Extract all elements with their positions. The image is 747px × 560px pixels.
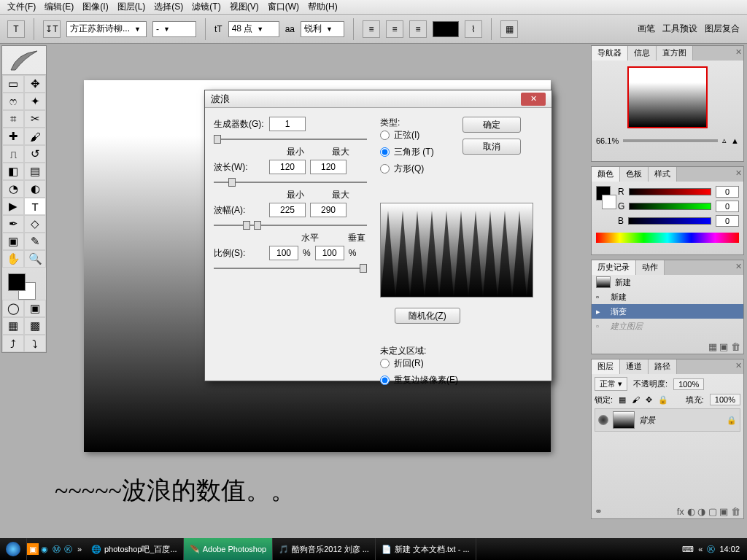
jump-icon[interactable]: ⤴ — [2, 335, 24, 352]
zoom-value[interactable]: 66.1% — [596, 136, 619, 145]
font-style-dropdown[interactable]: -▼ — [152, 21, 196, 37]
quick-launch-expand[interactable]: » — [74, 543, 85, 555]
wand-tool[interactable]: ✦ — [24, 93, 46, 110]
tray-ime-icon[interactable]: ⌨ — [682, 545, 694, 554]
slice-tool[interactable]: ✂ — [24, 110, 46, 128]
navigator-thumbnail[interactable] — [627, 66, 708, 128]
history-brush-tool[interactable]: ↺ — [24, 145, 46, 163]
tab-styles[interactable]: 样式 — [649, 167, 677, 182]
tab-paths[interactable]: 路径 — [649, 359, 677, 374]
delete-layer-icon[interactable]: 🗑 — [731, 506, 740, 517]
generators-slider[interactable] — [214, 136, 367, 143]
lock-move-icon[interactable]: ✥ — [646, 395, 652, 405]
tab-tool-presets[interactable]: 工具预设 — [662, 23, 697, 35]
text-color-swatch[interactable] — [433, 21, 459, 37]
jump2-icon[interactable]: ⤵ — [24, 335, 46, 352]
amplitude-slider[interactable] — [214, 222, 367, 229]
layer-row[interactable]: 背景 🔒 — [595, 408, 740, 432]
screenmode-icon[interactable]: ▣ — [24, 300, 46, 317]
align-left-icon[interactable]: ≡ — [363, 20, 380, 38]
history-item[interactable]: ▫新建 — [592, 289, 743, 304]
history-item-selected[interactable]: ▸渐变 — [592, 304, 743, 319]
tab-histogram[interactable]: 直方图 — [657, 46, 693, 61]
color-spectrum[interactable] — [596, 233, 739, 243]
new-snapshot-icon[interactable]: ▦ — [708, 341, 717, 352]
notes-tool[interactable]: ▣ — [2, 233, 24, 250]
b-input[interactable] — [716, 215, 739, 227]
clock[interactable]: 14:02 — [719, 545, 740, 553]
undef-wrap-radio[interactable]: 折回(R) — [380, 357, 458, 370]
warp-text-icon[interactable]: ⌇ — [465, 20, 482, 38]
menu-view[interactable]: 视图(V) — [227, 1, 262, 13]
taskbar-item-active[interactable]: 🪶Adobe Photoshop — [184, 538, 273, 560]
scale-slider[interactable] — [214, 265, 367, 272]
wavelength-slider[interactable] — [214, 179, 367, 186]
history-snapshot[interactable]: 新建 — [592, 275, 743, 289]
tab-swatches[interactable]: 色板 — [620, 167, 649, 182]
blur-tool[interactable]: ◔ — [2, 180, 24, 198]
palettes-icon[interactable]: ▦ — [500, 20, 518, 38]
layer-thumbnail[interactable] — [613, 411, 635, 429]
marquee-tool[interactable]: ▭ — [2, 75, 24, 93]
zoom-tool[interactable]: 🔍 — [24, 250, 46, 268]
eraser-tool[interactable]: ◧ — [2, 163, 24, 180]
tab-layer-comps[interactable]: 图层复合 — [705, 23, 740, 35]
ok-button[interactable]: 确定 — [462, 117, 521, 133]
font-size-dropdown[interactable]: 48 点▼ — [228, 21, 279, 37]
delete-history-icon[interactable]: 🗑 — [731, 341, 740, 352]
r-input[interactable] — [716, 186, 739, 198]
hand-tool[interactable]: ✋ — [2, 250, 24, 268]
lock-all-icon[interactable]: 🔒 — [658, 395, 668, 405]
move-tool[interactable]: ✥ — [24, 75, 46, 93]
zoom-slider[interactable] — [623, 139, 718, 142]
path-select-tool[interactable]: ▶ — [2, 198, 24, 215]
menu-image[interactable]: 图像(I) — [80, 1, 111, 13]
randomize-button[interactable]: 随机化(Z) — [395, 308, 460, 324]
quick-launch-icon[interactable]: ▣ — [27, 543, 39, 555]
menu-file[interactable]: 文件(F) — [4, 1, 39, 13]
type-tool-icon[interactable]: T — [7, 20, 25, 38]
menu-select[interactable]: 选择(S) — [151, 1, 186, 13]
orientation-icon[interactable]: ↧T — [43, 20, 61, 38]
g-slider[interactable] — [629, 203, 711, 210]
quick-launch-icon[interactable]: ◉ — [39, 543, 50, 555]
brush-tool[interactable]: 🖌 — [24, 128, 46, 145]
tab-channels[interactable]: 通道 — [620, 359, 649, 374]
menu-window[interactable]: 窗口(W) — [265, 1, 302, 13]
bg-mini-swatch[interactable] — [602, 195, 616, 209]
blend-mode-dropdown[interactable]: 正常 ▾ — [595, 377, 627, 391]
taskbar-item[interactable]: 🎵酷狗音乐2012 刘彦 ... — [273, 538, 376, 560]
menu-filter[interactable]: 滤镜(T) — [189, 1, 223, 13]
amplitude-max-input[interactable] — [310, 203, 347, 217]
mask-icon[interactable]: ◐ — [687, 506, 695, 517]
start-button[interactable] — [0, 538, 27, 560]
anti-alias-dropdown[interactable]: 锐利▼ — [301, 21, 344, 37]
lock-transparent-icon[interactable]: ▦ — [619, 395, 626, 405]
panel-close-icon[interactable]: ✕ — [735, 47, 742, 57]
tab-navigator[interactable]: 导航器 — [592, 46, 628, 61]
taskbar-item[interactable]: 🌐photoshop吧_百度... — [85, 538, 184, 560]
lock-brush-icon[interactable]: 🖌 — [632, 395, 640, 404]
heal-tool[interactable]: ✚ — [2, 128, 24, 145]
fx-icon[interactable]: fx — [677, 506, 684, 517]
shape-tool[interactable]: ◇ — [24, 215, 46, 233]
pen-tool[interactable]: ✒ — [2, 215, 24, 233]
zoom-out-icon[interactable]: ▵ — [722, 136, 727, 145]
b-slider[interactable] — [628, 217, 711, 225]
type-square-radio[interactable]: 方形(Q) — [380, 163, 460, 175]
type-sine-radio[interactable]: 正弦(I) — [380, 129, 460, 141]
generators-input[interactable] — [269, 117, 306, 131]
tab-info[interactable]: 信息 — [628, 46, 657, 61]
tab-color[interactable]: 颜色 — [592, 167, 620, 182]
align-center-icon[interactable]: ≡ — [386, 20, 403, 38]
menu-help[interactable]: 帮助(H) — [305, 1, 341, 13]
amplitude-min-input[interactable] — [269, 203, 306, 217]
dodge-tool[interactable]: ◐ — [24, 180, 46, 198]
history-item-disabled[interactable]: ▫建立图层 — [592, 319, 743, 333]
screenmode3-icon[interactable]: ▩ — [24, 317, 46, 335]
font-family-dropdown[interactable]: 方正苏新诗柳...▼ — [66, 21, 147, 37]
align-right-icon[interactable]: ≡ — [409, 20, 427, 38]
stamp-tool[interactable]: ⎍ — [2, 145, 24, 163]
opacity-input[interactable]: 100% — [673, 378, 704, 390]
cancel-button[interactable]: 取消 — [462, 139, 521, 155]
